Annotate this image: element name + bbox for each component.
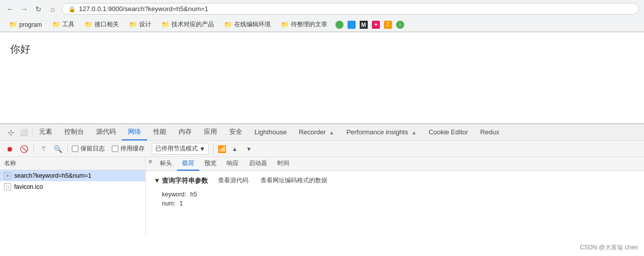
tab-perf-insights[interactable]: Performance insights ▲ (340, 125, 423, 140)
query-section: ▼ 查询字符串参数 查看源代码 查看网址编码格式的数据 keyword: h5 … (146, 171, 644, 212)
recorder-icon: ▲ (329, 130, 334, 135)
devtools: ⊹ ⬜ 元素 控制台 源代码 网络 性能 内存 应用 安全 Lighthouse… (0, 123, 644, 235)
perf-insights-icon: ▲ (411, 130, 416, 135)
bookmark-program[interactable]: 📁 program (5, 20, 46, 29)
refresh-button[interactable]: ↻ (33, 4, 44, 14)
bookmark-label: 在线编辑环境 (234, 20, 271, 29)
browser-chrome: ← → ↻ ⌂ 🔒 127.0.0.1:9000/search?keyword=… (0, 0, 644, 32)
throttle-label: 已停用节流模式 (155, 144, 198, 153)
disable-cache-label[interactable]: 停用缓存 (112, 144, 145, 153)
tab-recorder[interactable]: Recorder ▲ (293, 125, 340, 140)
bookmark-label: program (19, 21, 42, 28)
throttle-dropdown[interactable]: 已停用节流模式 ▼ (152, 143, 209, 155)
tab-redux[interactable]: Redux (474, 125, 505, 140)
detail-close-button[interactable]: × (146, 157, 155, 166)
param-key-keyword: keyword: (162, 191, 186, 198)
bookmark-icon-green[interactable] (335, 21, 344, 29)
page-content: 你好 (0, 32, 644, 123)
view-url-encoded-button[interactable]: 查看网址编码格式的数据 (259, 175, 329, 186)
bookmark-api[interactable]: 📁 接口相关 (80, 19, 123, 30)
tab-cookie-editor[interactable]: Cookie Editor (422, 125, 474, 140)
tab-memory[interactable]: 内存 (173, 124, 198, 140)
tab-elements[interactable]: 元素 (33, 124, 58, 140)
detail-tab-headers[interactable]: 标头 (155, 157, 177, 171)
network-panel: 名称 ≡ search?keyword=h5&num=1 □ favicon.i… (0, 157, 644, 235)
recorder-label: Recorder (299, 128, 326, 136)
file-icon-favicon: □ (4, 183, 11, 190)
search-button[interactable]: 🔍 (52, 143, 63, 155)
download-button[interactable]: ▼ (243, 143, 254, 155)
detail-tab-initiator[interactable]: 启动器 (244, 157, 272, 171)
tab-sources[interactable]: 源代码 (90, 124, 122, 140)
tab-performance[interactable]: 性能 (147, 124, 173, 140)
preserve-log-checkbox[interactable] (72, 145, 78, 152)
tab-security[interactable]: 安全 (223, 124, 248, 140)
query-title[interactable]: ▼ 查询字符串参数 (154, 176, 208, 185)
greeting-text: 你好 (10, 43, 30, 55)
param-value-keyword: h5 (190, 191, 197, 198)
forward-button[interactable]: → (19, 4, 29, 14)
detail-tab-preview[interactable]: 预览 (199, 157, 222, 171)
tab-network[interactable]: 网络 (122, 124, 147, 140)
toolbar-divider-1 (33, 145, 34, 153)
wifi-container: 📶 (218, 145, 226, 153)
bookmark-tools[interactable]: 📁 工具 (48, 19, 78, 30)
toolbar-divider-3 (213, 145, 213, 153)
lock-icon: 🔒 (68, 6, 76, 13)
upload-button[interactable]: ▲ (229, 143, 240, 155)
file-name-search: search?keyword=h5&num=1 (14, 172, 92, 179)
file-item-favicon[interactable]: □ favicon.ico (0, 181, 145, 192)
filter-button[interactable]: ⊤ (38, 143, 49, 155)
param-value-num: 1 (180, 200, 183, 207)
toolbar-divider-2 (67, 145, 68, 153)
network-toolbar: ⏺ 🚫 ⊤ 🔍 保留日志 停用缓存 已停用节流模式 ▼ 📶 ▲ ▼ (0, 141, 644, 157)
disable-cache-checkbox[interactable] (112, 145, 118, 152)
tab-lighthouse[interactable]: Lighthouse (248, 125, 293, 140)
bookmark-editor[interactable]: 📁 在线编辑环境 (220, 19, 275, 30)
record-stop-button[interactable]: ⏺ (4, 143, 15, 155)
bookmark-products[interactable]: 📁 技术对应的产品 (157, 19, 218, 30)
bookmark-label: 工具 (62, 20, 74, 29)
view-source-button[interactable]: 查看源代码 (216, 175, 250, 186)
bookmark-label: 待整理的文章 (291, 20, 327, 29)
detail-tab-response[interactable]: 响应 (222, 157, 244, 171)
detail-tab-timing[interactable]: 时间 (272, 157, 294, 171)
file-item-search[interactable]: ≡ search?keyword=h5&num=1 (0, 170, 145, 181)
clear-button[interactable]: 🚫 (18, 143, 29, 155)
bookmark-label: 技术对应的产品 (171, 20, 214, 29)
disable-cache-text: 停用缓存 (120, 144, 145, 153)
home-button[interactable]: ⌂ (48, 4, 58, 14)
bookmarks-bar: 📁 program 📁 工具 📁 接口相关 📁 设计 📁 技术对应的产品 📁 在… (0, 18, 644, 32)
bookmark-icon-star[interactable]: ✦ (372, 21, 380, 29)
detail-tabs: × 标头 载荷 预览 响应 启动器 时间 (146, 157, 644, 171)
bookmark-label: 接口相关 (95, 20, 119, 29)
param-num: num: 1 (154, 199, 636, 208)
address-text: 127.0.0.1:9000/search?keyword=h5&num=1 (79, 5, 208, 13)
bookmark-icon-blue[interactable] (348, 21, 356, 29)
param-keyword: keyword: h5 (154, 190, 636, 199)
param-key-num: num: (162, 200, 176, 207)
detail-tab-payload[interactable]: 载荷 (177, 157, 199, 171)
wifi-icon: 📶 (218, 145, 226, 153)
query-header: ▼ 查询字符串参数 查看源代码 查看网址编码格式的数据 (154, 175, 636, 186)
file-list: 名称 ≡ search?keyword=h5&num=1 □ favicon.i… (0, 157, 146, 235)
devtools-tab-bar: ⊹ ⬜ 元素 控制台 源代码 网络 性能 内存 应用 安全 Lighthouse… (0, 124, 644, 141)
file-name-favicon: favicon.ico (14, 183, 43, 190)
address-bar[interactable]: 🔒 127.0.0.1:9000/search?keyword=h5&num=1 (62, 3, 639, 15)
detail-panel: × 标头 载荷 预览 响应 启动器 时间 ▼ 查询字符串参数 查看源代码 查看网… (146, 157, 644, 235)
bookmark-icon-z[interactable]: Z (384, 21, 392, 29)
bookmark-design[interactable]: 📁 设计 (125, 19, 155, 30)
tab-application[interactable]: 应用 (198, 124, 223, 140)
tab-console[interactable]: 控制台 (58, 124, 90, 140)
bookmark-icon-m[interactable]: M (360, 21, 368, 29)
back-button[interactable]: ← (5, 4, 15, 14)
inspect-icon[interactable]: ⊹ (5, 127, 16, 138)
throttle-chevron: ▼ (199, 145, 205, 152)
perf-insights-label: Performance insights (347, 128, 408, 136)
device-icon[interactable]: ⬜ (18, 127, 29, 138)
bookmark-articles[interactable]: 📁 待整理的文章 (277, 19, 331, 30)
file-icon-search: ≡ (4, 172, 11, 179)
bookmark-icon-circle[interactable]: ○ (396, 21, 404, 29)
preserve-log-text: 保留日志 (80, 144, 105, 153)
preserve-log-label[interactable]: 保留日志 (72, 144, 105, 153)
